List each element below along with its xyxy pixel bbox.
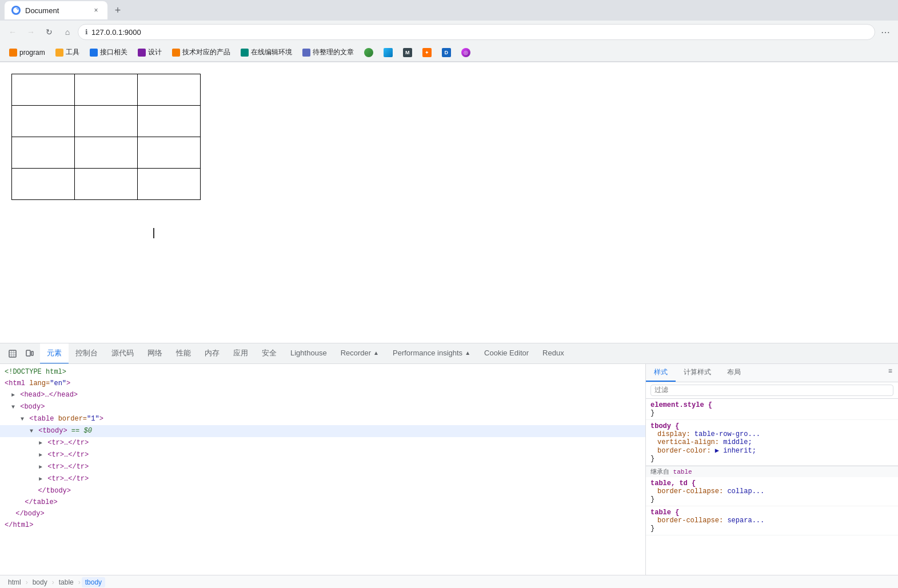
bookmark-api-label: 接口相关 bbox=[100, 47, 127, 57]
dom-line-tr2[interactable]: ► <tr>…</tr> bbox=[0, 449, 645, 461]
collapse-tr3-icon[interactable]: ► bbox=[39, 464, 42, 470]
bookmark-api-icon bbox=[90, 49, 98, 57]
bookmark-editor[interactable]: 在线编辑环境 bbox=[236, 46, 297, 59]
devtools: 元素 控制台 源代码 网络 性能 内存 应用 安全 Lighthouse Rec… bbox=[0, 343, 898, 588]
bookmarks-bar: program 工具 接口相关 设计 技术对应的产品 在线编辑环境 待整理的文章 bbox=[0, 43, 898, 62]
tab-recorder[interactable]: Recorder ▲ bbox=[334, 343, 386, 364]
breadcrumb-tbody[interactable]: tbody bbox=[82, 577, 105, 587]
dom-line-tbody[interactable]: ▼ <tbody> == $0 bbox=[0, 425, 645, 437]
tab-network[interactable]: 网络 bbox=[141, 343, 169, 364]
table-body bbox=[12, 74, 201, 200]
dom-line-doctype[interactable]: <!DOCTYPE html> bbox=[0, 366, 645, 378]
bookmark-ext4[interactable]: ✦ bbox=[418, 46, 436, 59]
dom-line-html-close[interactable]: </html> bbox=[0, 519, 645, 531]
dom-line-tr1[interactable]: ► <tr>…</tr> bbox=[0, 437, 645, 449]
bookmark-ext5-icon: D bbox=[442, 48, 451, 57]
bookmark-ext3[interactable]: M bbox=[398, 46, 417, 59]
dom-line-tbody-close[interactable]: </tbody> bbox=[0, 485, 645, 497]
filter-input[interactable] bbox=[650, 385, 893, 396]
bookmark-products-icon bbox=[172, 49, 180, 57]
css-rule-element-style: element.style { } bbox=[646, 399, 898, 420]
styles-tab-layout[interactable]: 布局 bbox=[719, 364, 749, 382]
breadcrumb-table[interactable]: table bbox=[55, 577, 77, 587]
tab-close-button[interactable]: × bbox=[91, 6, 101, 15]
styles-tab-more[interactable]: ≡ bbox=[883, 364, 898, 382]
dom-line-tr3[interactable]: ► <tr>…</tr> bbox=[0, 461, 645, 473]
recorder-icon: ▲ bbox=[373, 350, 379, 356]
devtools-toolbar bbox=[2, 346, 40, 362]
dom-line-head[interactable]: ► <head>…</head> bbox=[0, 389, 645, 401]
main-area: 元素 控制台 源代码 网络 性能 内存 应用 安全 Lighthouse Rec… bbox=[0, 62, 898, 588]
bookmark-program-icon bbox=[9, 49, 17, 57]
home-button[interactable]: ⌂ bbox=[59, 24, 75, 40]
url-bar[interactable]: ℹ 127.0.0.1:9000 bbox=[78, 24, 875, 40]
breadcrumb-body[interactable]: body bbox=[29, 577, 51, 587]
styles-tab-styles[interactable]: 样式 bbox=[646, 364, 676, 382]
forward-button[interactable]: → bbox=[23, 24, 39, 40]
new-tab-button[interactable]: + bbox=[110, 2, 126, 18]
active-tab[interactable]: Document × bbox=[5, 1, 107, 19]
performance-insights-icon: ▲ bbox=[465, 350, 470, 356]
device-toolbar-button[interactable] bbox=[22, 346, 38, 362]
tab-console[interactable]: 控制台 bbox=[69, 343, 105, 364]
tab-cookie-editor[interactable]: Cookie Editor bbox=[477, 343, 536, 364]
back-button[interactable]: ← bbox=[5, 24, 21, 40]
bookmark-ext1[interactable] bbox=[360, 46, 378, 59]
inspect-element-button[interactable] bbox=[5, 346, 21, 362]
bookmark-design[interactable]: 设计 bbox=[133, 46, 166, 59]
dom-line-body-close[interactable]: </body> bbox=[0, 508, 645, 519]
tab-performance[interactable]: 性能 bbox=[169, 343, 198, 364]
bookmark-editor-label: 在线编辑环境 bbox=[251, 47, 292, 57]
bookmark-products[interactable]: 技术对应的产品 bbox=[167, 46, 235, 59]
table-cell bbox=[138, 137, 201, 169]
css-rule-table-td: table, td { border-collapse: collap... } bbox=[646, 477, 898, 506]
styles-panel: 样式 计算样式 布局 ≡ element.style { } tbody { bbox=[646, 364, 898, 575]
collapse-table-icon[interactable]: ▼ bbox=[21, 416, 24, 422]
dom-line-body-open[interactable]: ▼ <body> bbox=[0, 401, 645, 413]
tab-memory[interactable]: 内存 bbox=[198, 343, 226, 364]
table-cell bbox=[75, 137, 138, 169]
table-cell bbox=[138, 106, 201, 137]
svg-rect-1 bbox=[9, 350, 16, 357]
page-content bbox=[0, 62, 898, 343]
dom-line-table[interactable]: ▼ <table border="1"> bbox=[0, 413, 645, 425]
tab-performance-insights[interactable]: Performance insights ▲ bbox=[386, 343, 477, 364]
bookmark-ext6-icon: ◎ bbox=[461, 48, 470, 57]
tab-security[interactable]: 安全 bbox=[255, 343, 284, 364]
styles-tab-computed[interactable]: 计算样式 bbox=[676, 364, 719, 382]
collapse-tr1-icon[interactable]: ► bbox=[39, 440, 42, 446]
collapse-head-icon[interactable]: ► bbox=[11, 392, 15, 398]
bookmark-tools[interactable]: 工具 bbox=[51, 46, 84, 59]
bookmark-editor-icon bbox=[241, 49, 249, 57]
bookmark-api[interactable]: 接口相关 bbox=[85, 46, 132, 59]
tab-redux[interactable]: Redux bbox=[536, 343, 571, 364]
dom-line-table-close[interactable]: </table> bbox=[0, 497, 645, 508]
bookmark-articles[interactable]: 待整理的文章 bbox=[298, 46, 358, 59]
collapse-tbody-icon[interactable]: ▼ bbox=[30, 428, 33, 434]
bookmark-program[interactable]: program bbox=[5, 46, 50, 59]
bookmark-ext6[interactable]: ◎ bbox=[457, 46, 475, 59]
table-cell bbox=[138, 169, 201, 200]
tab-elements[interactable]: 元素 bbox=[40, 343, 69, 364]
bookmark-ext2[interactable] bbox=[379, 46, 397, 59]
bookmark-ext5[interactable]: D bbox=[437, 46, 456, 59]
back-icon: ← bbox=[9, 27, 17, 37]
refresh-button[interactable]: ↻ bbox=[41, 24, 57, 40]
table-cell bbox=[75, 169, 138, 200]
collapse-tr4-icon[interactable]: ► bbox=[39, 476, 42, 482]
dom-line-tr4[interactable]: ► <tr>…</tr> bbox=[0, 473, 645, 485]
tab-application[interactable]: 应用 bbox=[226, 343, 255, 364]
collapse-body-icon[interactable]: ▼ bbox=[11, 404, 15, 410]
bookmark-ext2-icon bbox=[384, 48, 393, 57]
dom-line-html[interactable]: <html lang="en"> bbox=[0, 378, 645, 389]
tab-lighthouse[interactable]: Lighthouse bbox=[284, 343, 334, 364]
bookmark-ext4-icon: ✦ bbox=[422, 48, 432, 57]
inherited-table-label: 继承自 table bbox=[646, 466, 898, 477]
breadcrumb-html[interactable]: html bbox=[5, 577, 25, 587]
devtools-body: <!DOCTYPE html> <html lang="en"> ► <head… bbox=[0, 364, 898, 575]
extensions-button[interactable]: ⋯ bbox=[877, 24, 893, 40]
tab-sources[interactable]: 源代码 bbox=[105, 343, 141, 364]
bookmark-articles-label: 待整理的文章 bbox=[313, 47, 354, 57]
table-cell bbox=[12, 106, 75, 137]
collapse-tr2-icon[interactable]: ► bbox=[39, 452, 42, 458]
